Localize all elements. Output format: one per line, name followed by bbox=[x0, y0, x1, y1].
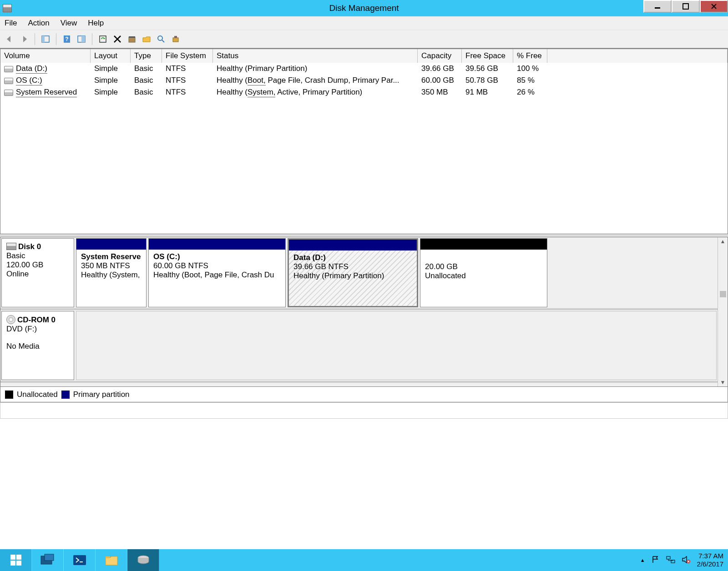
volume-row[interactable]: Data (D:)SimpleBasicNTFSHealthy (Primary… bbox=[0, 63, 728, 75]
partition-status: Healthy (Primary Partition) bbox=[293, 271, 412, 280]
volume-pct: 85 % bbox=[513, 75, 547, 85]
window-titlebar: Disk Management bbox=[0, 0, 728, 16]
properties-button[interactable] bbox=[126, 33, 138, 45]
partition-size: 60.00 GB NTFS bbox=[153, 261, 281, 270]
start-button[interactable] bbox=[0, 549, 32, 571]
partition-body: Data (D:)39.66 GB NTFSHealthy (Primary P… bbox=[289, 250, 417, 306]
scroll-up-icon[interactable]: ▲ bbox=[719, 237, 727, 245]
legend-bar: Unallocated Primary partition bbox=[0, 387, 728, 402]
volume-layout: Simple bbox=[91, 87, 131, 97]
back-button[interactable] bbox=[4, 33, 15, 45]
partition[interactable]: OS (C:)60.00 GB NTFSHealthy (Boot, Page … bbox=[148, 238, 286, 307]
svg-rect-0 bbox=[655, 7, 660, 9]
partition-size: 350 MB NTFS bbox=[81, 261, 142, 270]
svg-rect-21 bbox=[106, 556, 110, 558]
volume-row[interactable]: OS (C:)SimpleBasicNTFSHealthy (Boot, Pag… bbox=[0, 75, 728, 86]
window-controls bbox=[643, 0, 728, 16]
refresh-button[interactable] bbox=[97, 33, 109, 45]
svg-rect-10 bbox=[129, 36, 135, 38]
disk-row-disk0[interactable]: Disk 0 Basic 120.00 GB Online System Res… bbox=[0, 237, 718, 310]
partition-title: OS (C:) bbox=[153, 252, 281, 261]
volume-name: OS (C:) bbox=[16, 76, 42, 85]
svg-rect-15 bbox=[16, 555, 21, 560]
clock-time: 7:37 AM bbox=[697, 552, 723, 560]
window-title: Disk Management bbox=[329, 3, 399, 13]
partition-body: OS (C:)60.00 GB NTFSHealthy (Boot, Page … bbox=[149, 250, 285, 307]
taskbar-explorer[interactable] bbox=[96, 549, 127, 571]
flag-icon[interactable] bbox=[652, 556, 660, 565]
volume-type: Basic bbox=[131, 87, 162, 97]
volume-name: Data (D:) bbox=[16, 64, 47, 74]
volume-list-body: Data (D:)SimpleBasicNTFSHealthy (Primary… bbox=[0, 63, 728, 234]
svg-rect-7 bbox=[81, 36, 85, 42]
app-icon bbox=[3, 4, 12, 12]
show-hide-tree-button[interactable] bbox=[40, 33, 51, 45]
maximize-button[interactable] bbox=[672, 0, 700, 13]
wizard-button[interactable] bbox=[170, 33, 182, 45]
close-button[interactable] bbox=[700, 0, 728, 13]
svg-rect-1 bbox=[683, 4, 688, 9]
swatch-primary bbox=[61, 391, 70, 399]
partition[interactable]: System Reserve350 MB NTFSHealthy (System… bbox=[76, 238, 147, 307]
col-free-space[interactable]: Free Space bbox=[462, 49, 513, 63]
taskbar-powershell[interactable] bbox=[64, 549, 96, 571]
volume-list: Volume Layout Type File System Status Ca… bbox=[0, 48, 728, 234]
col-volume[interactable]: Volume bbox=[0, 49, 91, 63]
partition[interactable]: 20.00 GBUnallocated bbox=[420, 238, 547, 307]
menu-file[interactable]: File bbox=[5, 19, 17, 28]
help-button[interactable]: ? bbox=[61, 33, 73, 45]
svg-rect-16 bbox=[10, 561, 15, 566]
network-icon[interactable] bbox=[666, 556, 675, 565]
volume-row[interactable]: System ReservedSimpleBasicNTFSHealthy (S… bbox=[0, 86, 728, 98]
scroll-down-icon[interactable]: ▼ bbox=[719, 378, 727, 386]
col-status[interactable]: Status bbox=[213, 49, 418, 63]
delete-button[interactable] bbox=[111, 33, 123, 45]
menu-view[interactable]: View bbox=[61, 19, 77, 28]
disk-icon bbox=[6, 243, 16, 250]
open-button[interactable] bbox=[141, 33, 152, 45]
col-layout[interactable]: Layout bbox=[91, 49, 131, 63]
svg-rect-8 bbox=[100, 36, 106, 42]
partition-header bbox=[149, 239, 285, 250]
partition-body: System Reserve350 MB NTFSHealthy (System… bbox=[76, 250, 146, 307]
cdrom-title: CD-ROM 0 bbox=[17, 316, 56, 324]
taskbar-server-manager[interactable] bbox=[32, 549, 64, 571]
taskbar-disk-management[interactable] bbox=[127, 549, 159, 571]
menu-bar: File Action View Help bbox=[0, 16, 728, 30]
minimize-button[interactable] bbox=[643, 0, 672, 13]
volume-status: Healthy (System, Active, Primary Partiti… bbox=[213, 87, 418, 97]
forward-button[interactable] bbox=[18, 33, 30, 45]
partition-body: 20.00 GBUnallocated bbox=[420, 250, 547, 307]
volume-status: Healthy (Boot, Page File, Crash Dump, Pr… bbox=[213, 75, 418, 85]
disk0-partitions: System Reserve350 MB NTFSHealthy (System… bbox=[75, 237, 718, 308]
settings-button[interactable] bbox=[76, 33, 87, 45]
disk-row-cdrom0[interactable]: CD-ROM 0 DVD (F:) No Media bbox=[0, 310, 718, 383]
clock[interactable]: 7:37 AM 2/6/2017 bbox=[697, 552, 723, 568]
partition-header bbox=[289, 240, 417, 250]
svg-rect-12 bbox=[173, 38, 178, 42]
svg-point-11 bbox=[158, 36, 162, 40]
toolbar-separator bbox=[92, 33, 92, 45]
graphical-scrollbar[interactable]: ▲ ▼ bbox=[718, 237, 728, 386]
svg-rect-17 bbox=[16, 561, 21, 566]
partition-size: 20.00 GB bbox=[425, 262, 542, 271]
partition-size: 39.66 GB NTFS bbox=[293, 262, 412, 271]
col-percent-free[interactable]: % Free bbox=[513, 49, 547, 63]
disk-graphical-view: Disk 0 Basic 120.00 GB Online System Res… bbox=[0, 237, 728, 387]
col-capacity[interactable]: Capacity bbox=[418, 49, 462, 63]
volume-capacity: 39.66 GB bbox=[418, 64, 462, 74]
col-filesystem[interactable]: File System bbox=[162, 49, 213, 63]
scroll-grip[interactable] bbox=[720, 291, 726, 297]
tray-chevron-icon[interactable]: ▲ bbox=[640, 557, 645, 563]
menu-action[interactable]: Action bbox=[28, 19, 49, 28]
volume-layout: Simple bbox=[91, 64, 131, 74]
explore-button[interactable] bbox=[155, 33, 167, 45]
col-type[interactable]: Type bbox=[131, 49, 162, 63]
menu-help[interactable]: Help bbox=[88, 19, 104, 28]
volume-free: 50.78 GB bbox=[462, 75, 513, 85]
volume-type: Basic bbox=[131, 64, 162, 74]
volume-free: 39.56 GB bbox=[462, 64, 513, 74]
col-spacer bbox=[547, 49, 728, 63]
partition[interactable]: Data (D:)39.66 GB NTFSHealthy (Primary P… bbox=[288, 238, 418, 307]
volume-icon[interactable] bbox=[682, 556, 691, 565]
